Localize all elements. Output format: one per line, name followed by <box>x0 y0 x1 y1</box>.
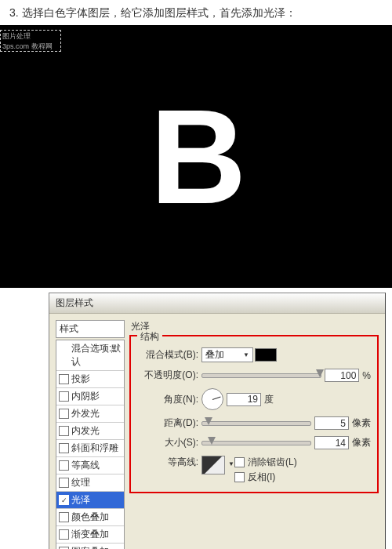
style-label: 投影 <box>71 373 90 386</box>
styles-header: 样式 <box>56 320 125 338</box>
distance-unit: 像素 <box>352 416 371 430</box>
size-unit: 像素 <box>352 436 371 449</box>
style-row[interactable]: 图案叠加 <box>56 544 124 549</box>
blend-mode-row: 混合模式(B): 叠加 ▼ <box>137 347 371 362</box>
style-row[interactable]: 颜色叠加 <box>56 509 124 526</box>
distance-slider[interactable] <box>201 421 311 426</box>
layer-style-dialog: 图层样式 样式 混合选项:默认投影内阴影外发光内发光斜面和浮雕等高线纹理光泽颜色… <box>49 293 386 549</box>
style-label: 外发光 <box>71 407 100 420</box>
dialog-titlebar: 图层样式 <box>49 293 385 314</box>
checkbox-icon <box>59 426 69 436</box>
group-title: 结构 <box>137 330 162 344</box>
opacity-label: 不透明度(O): <box>137 369 198 382</box>
style-row[interactable]: 投影 <box>56 371 124 388</box>
opacity-unit: % <box>362 370 371 381</box>
anti-alias-checkbox[interactable]: 消除锯齿(L) <box>234 456 297 469</box>
checkbox-icon <box>59 443 69 453</box>
blend-mode-value: 叠加 <box>205 348 224 362</box>
watermark-line2: 3ps.com 教程网 <box>2 42 59 52</box>
style-row[interactable]: 内阴影 <box>56 388 124 405</box>
style-row[interactable]: 外发光 <box>56 405 124 423</box>
size-slider[interactable] <box>201 441 311 445</box>
size-row: 大小(S): 14 像素 <box>137 436 371 449</box>
slider-thumb-icon <box>208 437 216 445</box>
checkbox-icon <box>59 391 69 402</box>
step-instruction: 3. 选择白色字体图层，给它添加图层样式，首先添加光泽： <box>0 0 392 25</box>
opacity-slider[interactable] <box>201 373 321 378</box>
checkbox-icon <box>234 472 245 482</box>
style-row[interactable]: 斜面和浮雕 <box>56 440 124 457</box>
checkbox-icon <box>59 478 69 488</box>
angle-label: 角度(N): <box>137 393 198 406</box>
style-row[interactable]: 渐变叠加 <box>56 526 124 544</box>
style-row[interactable]: 内发光 <box>56 423 124 440</box>
structure-group: 结构 混合模式(B): 叠加 ▼ <box>129 335 379 493</box>
contour-label: 等高线: <box>137 456 198 469</box>
angle-needle-icon <box>212 396 221 400</box>
style-label: 图案叠加 <box>71 545 109 549</box>
checkbox-icon <box>59 529 69 540</box>
checkbox-icon <box>59 409 69 419</box>
angle-unit: 度 <box>264 393 274 406</box>
opacity-input[interactable]: 100 <box>325 369 359 382</box>
invert-label: 反相(I) <box>248 471 275 484</box>
angle-row: 角度(N): 19 度 <box>137 388 371 410</box>
styles-list: 混合选项:默认投影内阴影外发光内发光斜面和浮雕等高线纹理光泽颜色叠加渐变叠加图案… <box>56 340 125 549</box>
distance-input[interactable]: 5 <box>314 416 349 430</box>
style-label: 颜色叠加 <box>71 511 109 524</box>
contour-row: 等高线: ▼ 消除锯齿(L) 反相(I) <box>137 456 371 484</box>
style-row[interactable]: 等高线 <box>56 457 124 474</box>
style-label: 内发光 <box>71 424 100 438</box>
checkbox-icon <box>59 374 69 384</box>
slider-thumb-icon <box>316 369 324 377</box>
watermark-line1: 图片处理 <box>2 31 59 42</box>
style-label: 混合选项:默认 <box>71 342 122 369</box>
distance-row: 距离(D): 5 像素 <box>137 416 371 430</box>
distance-label: 距离(D): <box>137 416 198 430</box>
style-row[interactable]: 混合选项:默认 <box>56 340 124 371</box>
preview-letter: B <box>151 90 242 224</box>
size-label: 大小(S): <box>137 436 198 449</box>
chevron-down-icon: ▼ <box>228 460 234 467</box>
style-label: 等高线 <box>71 459 100 472</box>
blend-mode-select[interactable]: 叠加 ▼ <box>201 347 253 362</box>
slider-thumb-icon <box>205 417 212 425</box>
watermark: 图片处理 3ps.com 教程网 <box>0 30 61 52</box>
blend-color-swatch[interactable] <box>255 348 277 362</box>
invert-checkbox[interactable]: 反相(I) <box>234 471 297 484</box>
settings-column: 光泽 结构 混合模式(B): 叠加 ▼ <box>129 320 379 549</box>
styles-column: 样式 混合选项:默认投影内阴影外发光内发光斜面和浮雕等高线纹理光泽颜色叠加渐变叠… <box>56 320 125 549</box>
section-title: 光泽 <box>129 320 379 335</box>
opacity-row: 不透明度(O): 100 % <box>137 369 371 382</box>
chevron-down-icon: ▼ <box>243 351 249 358</box>
checkbox-icon <box>59 512 69 522</box>
style-label: 内阴影 <box>71 390 100 403</box>
angle-dial[interactable] <box>201 388 223 410</box>
contour-picker[interactable] <box>201 456 225 474</box>
anti-alias-label: 消除锯齿(L) <box>248 456 297 469</box>
style-label: 光泽 <box>71 493 90 507</box>
style-row[interactable]: 纹理 <box>56 474 124 492</box>
checkbox-icon <box>59 460 69 471</box>
canvas-preview: 图片处理 3ps.com 教程网 B <box>0 25 392 288</box>
blend-mode-label: 混合模式(B): <box>137 348 198 362</box>
size-input[interactable]: 14 <box>314 436 349 449</box>
style-label: 渐变叠加 <box>71 528 109 541</box>
style-row[interactable]: 光泽 <box>56 492 124 509</box>
style-label: 纹理 <box>71 476 90 489</box>
checkbox-icon <box>234 457 245 467</box>
checkbox-icon <box>59 495 69 505</box>
style-label: 斜面和浮雕 <box>71 442 118 455</box>
angle-input[interactable]: 19 <box>227 393 261 406</box>
